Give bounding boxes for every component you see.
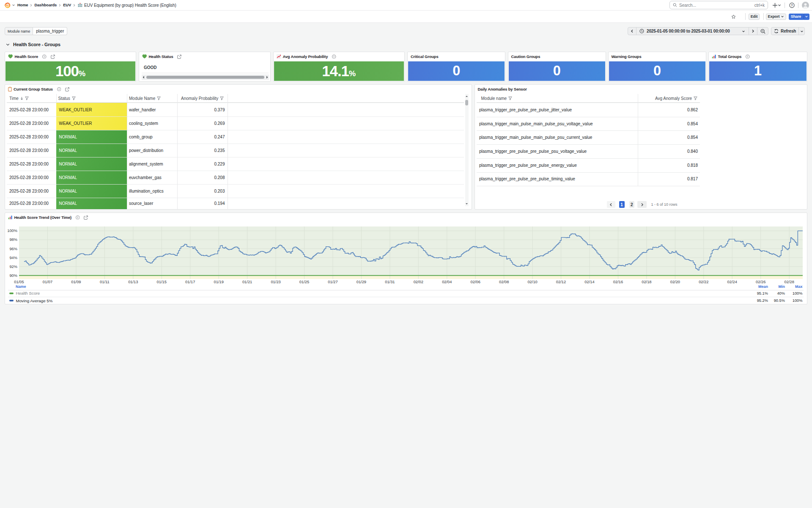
svg-text:?: ? (791, 3, 793, 7)
